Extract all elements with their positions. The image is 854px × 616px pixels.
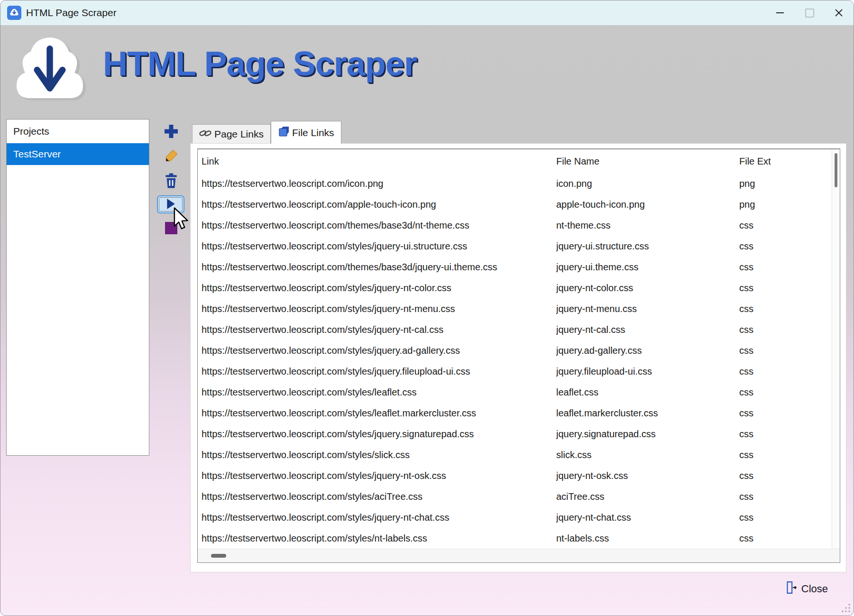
- focus-ring: [159, 197, 183, 211]
- table-row[interactable]: https://testservertwo.leoscript.com/them…: [198, 215, 840, 236]
- column-header-file-ext[interactable]: File Ext: [739, 156, 840, 167]
- tab-label: File Links: [292, 127, 334, 138]
- table-row[interactable]: https://testservertwo.leoscript.com/styl…: [198, 236, 840, 257]
- cell-link: https://testservertwo.leoscript.com/styl…: [198, 533, 556, 544]
- add-project-button[interactable]: [157, 121, 185, 142]
- vertical-scrollbar-thumb[interactable]: [835, 153, 837, 187]
- table-row[interactable]: https://testservertwo.leoscript.com/styl…: [198, 319, 840, 340]
- cell-file-ext: css: [739, 429, 840, 440]
- plus-icon: [163, 123, 180, 141]
- run-scrape-button[interactable]: [157, 195, 184, 213]
- cell-file-ext: css: [739, 283, 840, 294]
- column-header-file-name[interactable]: File Name: [556, 156, 739, 167]
- cloud-download-logo-icon: [7, 29, 92, 104]
- cell-link: https://testservertwo.leoscript.com/styl…: [198, 387, 556, 398]
- cell-file-ext: css: [739, 366, 840, 377]
- file-links-tab-page: Link File Name File Ext https://testserv…: [190, 143, 846, 572]
- project-toolbar: [157, 121, 185, 243]
- table-row[interactable]: https://testservertwo.leoscript.com/styl…: [198, 423, 840, 444]
- exit-door-icon: [785, 581, 797, 597]
- cell-link: https://testservertwo.leoscript.com/styl…: [198, 366, 556, 377]
- cell-file-name: jquery-nt-menu.css: [556, 303, 739, 314]
- file-links-table: Link File Name File Ext https://testserv…: [197, 148, 840, 563]
- tab-page-links[interactable]: Page Links: [192, 124, 271, 144]
- file-links-table-body: https://testservertwo.leoscript.com/icon…: [198, 173, 840, 549]
- vertical-scrollbar[interactable]: [832, 149, 840, 550]
- cell-link: https://testservertwo.leoscript.com/styl…: [198, 450, 556, 460]
- cell-file-ext: css: [739, 387, 840, 398]
- cell-link: https://testservertwo.leoscript.com/styl…: [198, 303, 556, 314]
- files-icon: [278, 126, 289, 139]
- edit-project-button[interactable]: [157, 146, 185, 167]
- cell-link: https://testservertwo.leoscript.com/styl…: [198, 512, 556, 523]
- cell-file-name: nt-theme.css: [556, 220, 739, 231]
- cell-file-ext: css: [739, 241, 840, 252]
- cell-file-name: jquery-nt-cal.css: [556, 324, 739, 335]
- cell-link: https://testservertwo.leoscript.com/styl…: [198, 408, 556, 419]
- tab-label: Page Links: [214, 129, 264, 140]
- table-row[interactable]: https://testservertwo.leoscript.com/styl…: [198, 403, 840, 423]
- cell-file-ext: css: [739, 533, 840, 544]
- table-row[interactable]: https://testservertwo.leoscript.com/styl…: [198, 528, 840, 549]
- cell-link: https://testservertwo.leoscript.com/them…: [198, 220, 556, 231]
- stop-scrape-button[interactable]: [157, 218, 185, 239]
- window-title: HTML Page Scraper: [26, 7, 117, 18]
- cell-file-ext: css: [739, 512, 840, 523]
- cell-file-ext: png: [739, 199, 840, 210]
- cell-file-ext: css: [739, 450, 840, 460]
- table-row[interactable]: https://testservertwo.leoscript.com/styl…: [198, 507, 840, 528]
- table-row[interactable]: https://testservertwo.leoscript.com/styl…: [198, 382, 840, 403]
- cell-file-name: jquery-nt-chat.css: [556, 512, 739, 523]
- cell-file-name: jquery-nt-color.css: [556, 283, 739, 294]
- cell-file-ext: css: [739, 324, 840, 335]
- close-x-icon[interactable]: [824, 0, 854, 25]
- tab-file-links[interactable]: File Links: [271, 121, 341, 144]
- cell-file-ext: css: [739, 262, 840, 273]
- column-header-link[interactable]: Link: [198, 156, 556, 167]
- table-row[interactable]: https://testservertwo.leoscript.com/icon…: [198, 173, 840, 194]
- cell-file-ext: css: [739, 303, 840, 314]
- table-row[interactable]: https://testservertwo.leoscript.com/styl…: [198, 486, 840, 507]
- maximize-icon[interactable]: [795, 0, 824, 25]
- titlebar: HTML Page Scraper: [0, 0, 854, 25]
- close-button-label: Close: [801, 583, 828, 595]
- cell-link: https://testservertwo.leoscript.com/styl…: [198, 324, 556, 335]
- table-row[interactable]: https://testservertwo.leoscript.com/styl…: [198, 465, 840, 486]
- table-row[interactable]: https://testservertwo.leoscript.com/them…: [198, 257, 840, 277]
- cell-file-ext: css: [739, 470, 840, 481]
- pencil-icon: [164, 148, 179, 165]
- minimize-icon[interactable]: [765, 0, 795, 25]
- cell-file-name: jquery-ui.structure.css: [556, 241, 739, 252]
- cell-link: https://testservertwo.leoscript.com/styl…: [198, 283, 556, 294]
- table-row[interactable]: https://testservertwo.leoscript.com/styl…: [198, 444, 840, 465]
- cell-file-name: leaflet.css: [556, 387, 739, 398]
- table-header-row: Link File Name File Ext: [198, 149, 840, 173]
- horizontal-scrollbar-thumb[interactable]: [211, 554, 226, 558]
- links-tabbar: Page Links File Links: [192, 121, 341, 144]
- cell-file-name: slick.css: [556, 450, 739, 460]
- table-row[interactable]: https://testservertwo.leoscript.com/appl…: [198, 194, 840, 215]
- table-row[interactable]: https://testservertwo.leoscript.com/styl…: [198, 361, 840, 382]
- delete-project-button[interactable]: [157, 171, 185, 192]
- table-row[interactable]: https://testservertwo.leoscript.com/styl…: [198, 277, 840, 298]
- table-row[interactable]: https://testservertwo.leoscript.com/styl…: [198, 340, 840, 361]
- cell-file-name: jquery.ad-gallery.css: [556, 345, 739, 356]
- table-row[interactable]: https://testservertwo.leoscript.com/styl…: [198, 298, 840, 319]
- stop-icon: [165, 221, 178, 236]
- cell-file-ext: css: [739, 345, 840, 356]
- cell-link: https://testservertwo.leoscript.com/styl…: [198, 491, 556, 502]
- cell-file-name: jquery.signaturepad.css: [556, 429, 739, 440]
- cell-file-name: jquery.fileupload-ui.css: [556, 366, 739, 377]
- projects-list-header: Projects: [7, 120, 149, 143]
- app-window: HTML Page Scraper HTML Page Scraper Proj…: [0, 0, 854, 616]
- cell-file-ext: png: [739, 178, 840, 189]
- cell-link: https://testservertwo.leoscript.com/styl…: [198, 470, 556, 481]
- cell-link: https://testservertwo.leoscript.com/styl…: [198, 241, 556, 252]
- cell-file-name: apple-touch-icon.png: [556, 199, 739, 210]
- cell-file-name: jquery-nt-osk.css: [556, 470, 739, 481]
- horizontal-scrollbar[interactable]: [198, 549, 840, 562]
- project-item-testserver[interactable]: TestServer: [7, 143, 149, 165]
- resize-grip-icon[interactable]: [840, 602, 851, 613]
- cell-link: https://testservertwo.leoscript.com/styl…: [198, 429, 556, 440]
- close-button[interactable]: Close: [782, 580, 831, 598]
